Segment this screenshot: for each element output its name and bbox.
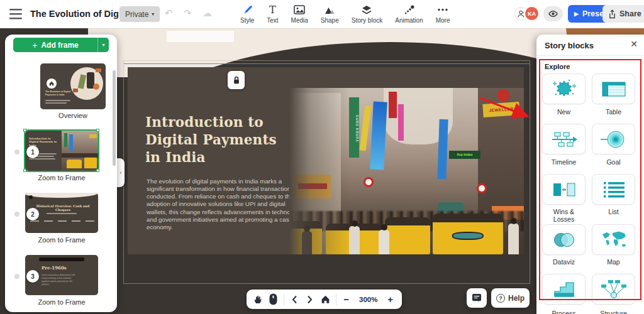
block-structure[interactable] (592, 274, 635, 305)
chevron-left-icon (292, 295, 297, 304)
table-block-icon (600, 78, 628, 100)
block-dataviz-label: Dataviz (542, 258, 586, 266)
previous-frame-button[interactable] (288, 292, 301, 307)
thumb2-row (30, 220, 94, 222)
tool-more[interactable]: More (430, 3, 457, 25)
block-new[interactable] (542, 73, 586, 104)
share-label: Share (619, 9, 641, 18)
thumb1-shape (64, 133, 67, 147)
app-window: Introduction to Digital Payments in Indi… (0, 0, 644, 314)
undo-icon[interactable]: ↶ (165, 8, 173, 19)
hand-icon (253, 295, 263, 305)
block-goal-label: Goal (592, 158, 635, 166)
list-block-icon (600, 178, 628, 201)
block-table[interactable] (592, 73, 635, 104)
frames-sidebar: + Add frame ▾ The Evolution of Digital P… (5, 35, 117, 312)
tool-style[interactable]: Style (234, 3, 260, 25)
redo-icon[interactable]: ↷ (184, 8, 192, 19)
block-goal[interactable] (592, 124, 635, 154)
hamburger-menu-icon[interactable] (9, 9, 22, 19)
tool-shape[interactable]: Shape (314, 3, 345, 25)
block-map[interactable] (592, 224, 635, 255)
frame-1-caption[interactable]: Zoom to Frame (25, 174, 98, 181)
block-timeline-label: Timeline (542, 158, 586, 166)
story-blocks-panel: Story blocks ✕ Explore New (536, 35, 644, 314)
process-block-icon (550, 278, 578, 301)
slide-title[interactable]: Introduction to Digital Payments in Indi… (145, 114, 296, 166)
thumb1-shape (69, 134, 73, 151)
home-icon (321, 295, 330, 304)
toolbar-divider (284, 294, 284, 305)
thumb1-shape (84, 157, 97, 168)
next-frame-button[interactable] (304, 292, 317, 307)
lock-button[interactable] (228, 71, 245, 89)
hand-tool-button[interactable] (252, 292, 265, 307)
frame-3-badge: 3 (26, 270, 39, 283)
sidebar-collapse-handle[interactable]: ‹ (117, 158, 125, 187)
dataviz-block-icon (550, 229, 578, 251)
block-process[interactable] (542, 274, 586, 305)
help-label: Help (508, 294, 525, 303)
wins-losses-block-icon (550, 178, 578, 201)
story-block-icon (361, 5, 372, 15)
tool-media[interactable]: Media (285, 3, 314, 25)
sidebar-scrollbar[interactable] (113, 70, 116, 166)
eye-icon (548, 9, 558, 18)
block-list-label: List (592, 208, 635, 215)
block-wins-losses[interactable] (542, 174, 586, 205)
block-list[interactable] (592, 174, 635, 205)
question-icon: ? (496, 294, 505, 303)
timeline-block-icon (550, 128, 578, 151)
selection-guide-line (124, 63, 530, 64)
block-structure-label: Structure (592, 310, 635, 314)
thumb3-bar (39, 257, 84, 261)
privacy-dropdown[interactable]: Private ▾ (119, 6, 160, 22)
thumb2-dot (29, 195, 33, 199)
zoom-out-button[interactable]: − (340, 292, 353, 307)
add-frame-dropdown[interactable]: ▾ (97, 38, 109, 52)
overview-label[interactable]: Overview (40, 112, 106, 119)
close-icon[interactable]: ✕ (628, 39, 640, 50)
explore-section-label: Explore (545, 63, 570, 70)
frame-3-caption[interactable]: Zoom to Frame (25, 298, 98, 306)
block-timeline[interactable] (542, 124, 586, 154)
thumb1-shape (67, 160, 82, 168)
mouse-icon (269, 293, 277, 305)
slide-frame-1[interactable]: Introduction to Digital Payments in Indi… (128, 67, 524, 254)
frame-2-caption[interactable]: Zoom to Frame (25, 236, 98, 244)
add-frame-button[interactable]: + Add frame ▾ (13, 38, 109, 52)
avatar[interactable]: KA (524, 6, 540, 21)
block-dataviz[interactable] (542, 224, 586, 255)
tool-animation[interactable]: Animation (389, 3, 429, 25)
preview-eye-button[interactable] (543, 6, 563, 21)
privacy-label: Private (125, 10, 148, 19)
top-toolbar: The Evolution of Digita... Private ▾ ↶ ↷… (0, 0, 644, 28)
block-map-label: Map (592, 258, 635, 266)
help-button[interactable]: ? Help (491, 288, 530, 308)
home-view-button[interactable] (319, 292, 332, 307)
thumb2-title: Historical Overview: Cash and Cheques (31, 204, 94, 212)
mouse-tool-button[interactable] (267, 292, 280, 307)
goal-block-icon (600, 128, 628, 151)
panel-divider (536, 55, 644, 56)
thumb2-wave (25, 193, 98, 198)
slide-body-text[interactable]: The evolution of digital payments in Ind… (147, 178, 305, 231)
collage-shape (96, 68, 101, 72)
style-icon (242, 4, 253, 15)
comments-button[interactable] (467, 288, 487, 308)
home-icon (47, 78, 57, 89)
thumb1-shape (62, 153, 98, 158)
navigation-toolbar: − 300% + (247, 290, 402, 309)
frame-2-badge: 2 (26, 208, 39, 220)
zoom-in-button[interactable]: + (384, 292, 397, 307)
tool-text[interactable]: T Text (260, 3, 284, 25)
panel-title: Story blocks (545, 41, 594, 50)
share-button[interactable]: Share ▾ (602, 5, 644, 23)
shape-icon (324, 5, 335, 14)
tool-story-block[interactable]: Story block (345, 3, 389, 25)
frame-1-badge: 1 (26, 146, 39, 158)
zoom-level[interactable]: 300% (355, 296, 381, 303)
block-process-label: Process (542, 310, 586, 314)
annotation-arrow (469, 91, 535, 126)
thumbnail-overview[interactable]: The Evolution of Digital Payments in Ind… (40, 63, 106, 109)
